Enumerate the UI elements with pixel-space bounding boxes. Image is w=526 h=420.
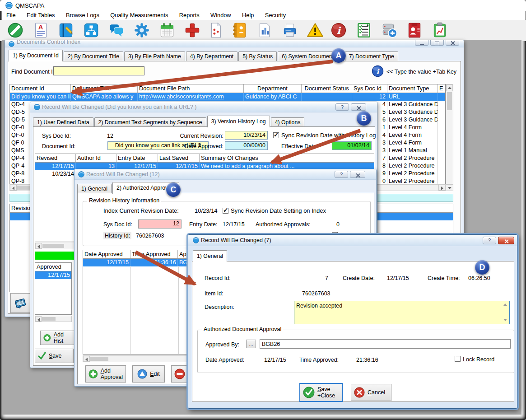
help-button[interactable]: ? [335, 103, 349, 111]
tab-options[interactable]: 4) Options [271, 117, 305, 127]
close-button[interactable] [350, 171, 365, 178]
scroll-right-button[interactable] [438, 185, 445, 191]
col-document-file-path[interactable]: Document File Path [138, 84, 244, 93]
textarea-scroll-up[interactable] [503, 303, 507, 306]
col-sys-doc-id[interactable]: Sys Doc Id [352, 84, 387, 93]
save-button[interactable]: Save [35, 349, 74, 363]
close-button[interactable] [351, 103, 366, 111]
menu-item-edit-tables[interactable]: Edit Tables [22, 10, 59, 20]
calendar-icon[interactable] [158, 21, 176, 39]
col-revised[interactable]: Revised [35, 154, 76, 162]
col-date-approved[interactable]: Date Approved [83, 250, 130, 258]
current-revision-field[interactable]: 10/23/14 [225, 131, 268, 140]
date-approved-field[interactable]: 00/00/00 [225, 141, 268, 150]
menu-item-help[interactable]: Help [237, 10, 258, 20]
col-document-id[interactable]: Document Id [10, 84, 71, 93]
report-chart-icon[interactable] [431, 21, 449, 39]
effective-date-field[interactable]: 01/02/14 [332, 141, 372, 150]
print-report-button[interactable] [10, 293, 30, 313]
add-approval-button[interactable]: Add Approval [85, 365, 126, 383]
scroll-up-button[interactable] [446, 84, 453, 91]
contact-card-icon[interactable] [405, 21, 424, 39]
col-last-saved[interactable]: Last Saved [158, 154, 200, 162]
titlebar[interactable]: Record Will Be Changed (12) [74, 169, 376, 180]
tab-general[interactable]: 1) General [193, 250, 227, 262]
approved-by-input[interactable] [260, 339, 511, 349]
add-icon[interactable] [183, 21, 201, 39]
save-close-button[interactable]: Save +Close [299, 383, 343, 402]
approved-hscrollbar[interactable] [35, 316, 72, 322]
adobe-document-icon[interactable]: A [32, 21, 50, 39]
document-dots-icon[interactable] [207, 21, 225, 39]
browse-button[interactable]: ... [246, 340, 256, 348]
col-author-id[interactable]: Author Id [76, 154, 116, 162]
edit-notebook-icon[interactable] [57, 21, 75, 39]
block-icon[interactable] [6, 21, 24, 39]
menu-item-file[interactable]: File [2, 10, 20, 20]
scroll-left-button[interactable] [10, 185, 17, 191]
tab-by-department[interactable]: 4) By Department [186, 51, 237, 61]
close-button[interactable] [498, 237, 514, 244]
cancel-button[interactable]: Cancel [351, 384, 391, 401]
menu-item-quality-measurements[interactable]: Quality Measurements [106, 10, 172, 20]
tab-document-text-segments[interactable]: 2) Document Text Segments by Sequence [94, 117, 206, 127]
settings-icon[interactable] [133, 21, 151, 39]
info-icon[interactable]: i [330, 21, 348, 39]
titlebar[interactable]: Record Will Be Changed (7) [188, 235, 517, 246]
cell-document-url[interactable]: http://www.abcisoconsultants.com [138, 93, 244, 101]
menu-item-reports[interactable]: Reports [175, 10, 204, 20]
col-document-title[interactable]: Document Title [71, 84, 138, 93]
checklist-icon[interactable] [355, 21, 373, 39]
database-add-icon[interactable] [380, 21, 398, 39]
close-button[interactable] [446, 40, 459, 46]
warning-icon[interactable] [306, 21, 324, 39]
menu-item-browse-logs[interactable]: Browse Logs [61, 10, 104, 20]
titlebar[interactable]: Record Will Be Changed (Did you know you… [30, 102, 377, 112]
address-book-icon[interactable] [230, 21, 248, 39]
scroll-left-button[interactable] [35, 316, 42, 322]
restore-button[interactable] [430, 40, 444, 46]
approved-list[interactable]: Approved 12/17/15 [35, 262, 72, 315]
tab-user-defined-data[interactable]: 1) User Defined Data [33, 117, 93, 127]
approved-row-selected[interactable]: 12/17/15 [35, 271, 71, 279]
table-row-selected[interactable]: Did you know you can link a URL? QMSCAPA… [10, 93, 445, 101]
sync-revision-checkbox[interactable] [273, 132, 279, 138]
lock-record-checkbox[interactable] [455, 356, 461, 362]
add-history-button[interactable]: Add Hist [40, 331, 74, 345]
tab-version-history-log[interactable]: 3) Version History Log [207, 116, 270, 127]
chat-icon[interactable] [107, 21, 126, 39]
tab-by-status[interactable]: 5) By Status [238, 51, 277, 61]
help-button[interactable]: ? [483, 237, 496, 244]
scroll-thumb[interactable] [447, 92, 452, 110]
help-button[interactable]: ? [335, 171, 348, 178]
textarea-scroll-down[interactable] [503, 319, 507, 321]
col-time-approved[interactable]: Time Approved [130, 250, 178, 258]
sys-doc-id-field[interactable]: 12 [138, 219, 182, 229]
scroll-thumb[interactable] [42, 317, 56, 321]
scroll-down-button[interactable] [446, 184, 453, 191]
description-textarea[interactable]: Revision accepted [294, 301, 510, 324]
chart-document-icon[interactable] [256, 21, 274, 39]
tab-by-file-path-name[interactable]: 3) By File Path Name [124, 51, 185, 61]
documents-window-titlebar[interactable]: Documents Control Index [5, 40, 464, 47]
col-department[interactable]: Department [244, 84, 302, 93]
sync-index-checkbox[interactable] [223, 208, 228, 214]
tab-general[interactable]: 1) General [77, 184, 112, 194]
scroll-left-button[interactable] [83, 356, 90, 362]
menu-item-window[interactable]: Window [206, 10, 236, 20]
scroll-left-button[interactable] [35, 243, 42, 249]
col-summary[interactable]: Summary Of Changes [200, 154, 374, 162]
documents-vscrollbar[interactable] [446, 84, 453, 184]
scroll-thumb[interactable] [90, 357, 108, 361]
tab-by-document-title[interactable]: 2) By Document Title [64, 51, 123, 61]
col-document-type[interactable]: Document Type [387, 84, 438, 93]
org-chart-icon[interactable] [82, 21, 100, 39]
find-document-id-input[interactable] [53, 66, 144, 75]
scroll-thumb[interactable] [42, 244, 64, 248]
tab-document-type[interactable]: 7) Document Type [345, 51, 398, 61]
col-document-status[interactable]: Document Status [302, 84, 352, 93]
col-entry-date[interactable]: Entry Date [116, 154, 158, 162]
minimize-button[interactable] [415, 40, 428, 46]
tab-by-document-id[interactable]: 1) By Document Id [9, 50, 63, 61]
col-e[interactable]: E [438, 84, 446, 93]
